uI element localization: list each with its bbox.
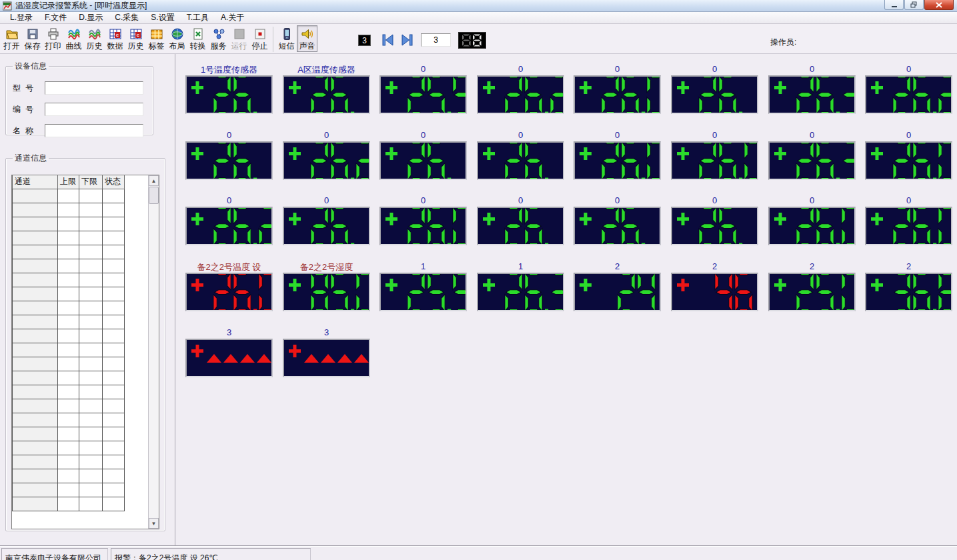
scroll-thumb[interactable]: [149, 187, 159, 204]
next-group-button[interactable]: [399, 33, 414, 47]
scroll-up-button[interactable]: ▲: [149, 175, 159, 186]
menu-item-4[interactable]: S.设置: [145, 11, 180, 24]
channel-row[interactable]: [13, 441, 125, 455]
menu-item-3[interactable]: C.采集: [109, 11, 145, 24]
led-display: [283, 207, 370, 245]
channel-row[interactable]: [13, 273, 125, 287]
channel-row[interactable]: [13, 245, 125, 259]
minimize-button[interactable]: [884, 0, 904, 10]
led-display: [574, 273, 661, 311]
menu-item-0[interactable]: L.登录: [4, 11, 39, 24]
toolbar-button-label: 转换: [190, 41, 206, 51]
led-display: [283, 75, 370, 114]
channel-row[interactable]: [13, 455, 125, 469]
led-display: [574, 207, 661, 245]
display-label: 0: [283, 195, 370, 205]
led-display: [574, 75, 661, 114]
channel-col-1: 上限: [58, 175, 79, 189]
display-label: 0: [477, 64, 564, 74]
channel-info-title: 通道信息: [13, 153, 49, 164]
device-field-label: 编 号: [13, 104, 45, 115]
display-label: 0: [671, 195, 758, 205]
toolbar-button-data-grid[interactable]: e 数据: [105, 25, 125, 52]
channel-row[interactable]: [13, 483, 125, 497]
display-label: 3: [185, 327, 273, 337]
channel-row[interactable]: [13, 189, 125, 203]
channel-row[interactable]: [13, 399, 125, 413]
display-label: 0: [671, 130, 758, 140]
channel-row[interactable]: [13, 385, 125, 399]
toolbar-button-convert-doc[interactable]: 转换: [187, 25, 208, 52]
close-button[interactable]: [924, 0, 954, 10]
display-label: 0: [379, 195, 467, 205]
menu-item-1[interactable]: F.文件: [39, 11, 73, 24]
channel-row[interactable]: [13, 315, 125, 329]
channel-col-0: 通道: [13, 175, 58, 189]
channel-row[interactable]: [13, 413, 125, 427]
toolbar-button-stop-square[interactable]: 停止: [249, 25, 270, 52]
led-display: [865, 273, 952, 311]
status-alarm: 报警：备2之2号温度 设 26℃: [111, 548, 311, 560]
channel-row[interactable]: [13, 497, 125, 511]
channel-row[interactable]: [13, 231, 125, 245]
channel-table-scrollbar[interactable]: ▲ ▼: [148, 175, 159, 529]
channel-row[interactable]: [13, 427, 125, 441]
scroll-down-button[interactable]: ▼: [149, 518, 159, 529]
toolbar-button-network[interactable]: 服务: [208, 25, 229, 52]
toolbar-button-curve-wave[interactable]: 曲线: [63, 25, 84, 52]
client-area: 设备信息 型 号 编 号 名 称 通道信息 通道上限下限状态 ▲ ▼ 1号温度传…: [0, 54, 957, 545]
menu-item-5[interactable]: T.工具: [181, 11, 215, 24]
toolbar-button-sms-phone[interactable]: 短信: [276, 25, 297, 52]
restore-button[interactable]: [904, 0, 924, 10]
display-label: 0: [283, 130, 370, 140]
channel-row[interactable]: [13, 343, 125, 357]
channel-row[interactable]: [13, 203, 125, 217]
led-display: [768, 75, 856, 114]
channel-col-2: 下限: [79, 175, 103, 189]
device-field-input-2[interactable]: [45, 124, 143, 137]
toolbar-button-label: 短信: [279, 41, 295, 51]
toolbar-button-label: 数据: [107, 41, 123, 51]
display-label: 2: [574, 261, 661, 271]
convert-doc-icon: [191, 27, 205, 41]
toolbar-button-open-folder[interactable]: 打开: [1, 25, 22, 52]
led-display: [283, 141, 370, 180]
printer-icon: [47, 27, 60, 41]
channel-row[interactable]: [13, 287, 125, 301]
toolbar-button-run-square[interactable]: 运行: [229, 25, 249, 52]
display-label: 0: [768, 130, 856, 140]
globe-icon: [171, 27, 184, 41]
toolbar-button-label: 历史: [87, 41, 103, 51]
toolbar-button-speaker[interactable]: 声音: [297, 25, 317, 52]
device-field-label: 名 称: [13, 125, 45, 137]
device-field-input-1[interactable]: [45, 103, 143, 116]
channel-row[interactable]: [13, 217, 125, 231]
channel-row[interactable]: [13, 357, 125, 371]
toolbar-button-save-floppy[interactable]: 保存: [22, 25, 43, 52]
toolbar-button-history-grid[interactable]: e 历史: [125, 25, 146, 52]
menu-item-2[interactable]: D.显示: [73, 11, 109, 24]
channel-row[interactable]: [13, 469, 125, 483]
toolbar-button-label: 运行: [231, 41, 247, 51]
toolbar-button-history-wave[interactable]: 历史: [84, 25, 105, 52]
toolbar-button-label-grid[interactable]: 标签: [146, 25, 167, 52]
toolbar-button-globe[interactable]: 布局: [167, 25, 187, 52]
sms-phone-icon: [280, 27, 293, 41]
title-bar: 温湿度记录报警系统 - [即时温度显示]: [0, 0, 957, 12]
channel-row[interactable]: [13, 371, 125, 385]
curve-wave-icon: [67, 27, 81, 41]
status-bar: 南京伟泰电子设备有限公司 报警：备2之2号温度 设 26℃: [0, 545, 957, 560]
svg-text:e: e: [136, 32, 139, 38]
prev-group-button[interactable]: [381, 33, 395, 47]
display-label: 0: [865, 64, 952, 74]
channel-row[interactable]: [13, 329, 125, 343]
menu-item-6[interactable]: A.关于: [215, 11, 250, 24]
toolbar-button-printer[interactable]: 打印: [43, 25, 63, 52]
led-display: [185, 339, 273, 377]
label-grid-icon: [150, 27, 163, 41]
group-number-input[interactable]: [421, 33, 451, 47]
device-field-input-0[interactable]: [45, 81, 143, 95]
channel-row[interactable]: [13, 259, 125, 273]
channel-row[interactable]: [13, 301, 125, 315]
toolbar-button-label: 标签: [149, 41, 165, 51]
